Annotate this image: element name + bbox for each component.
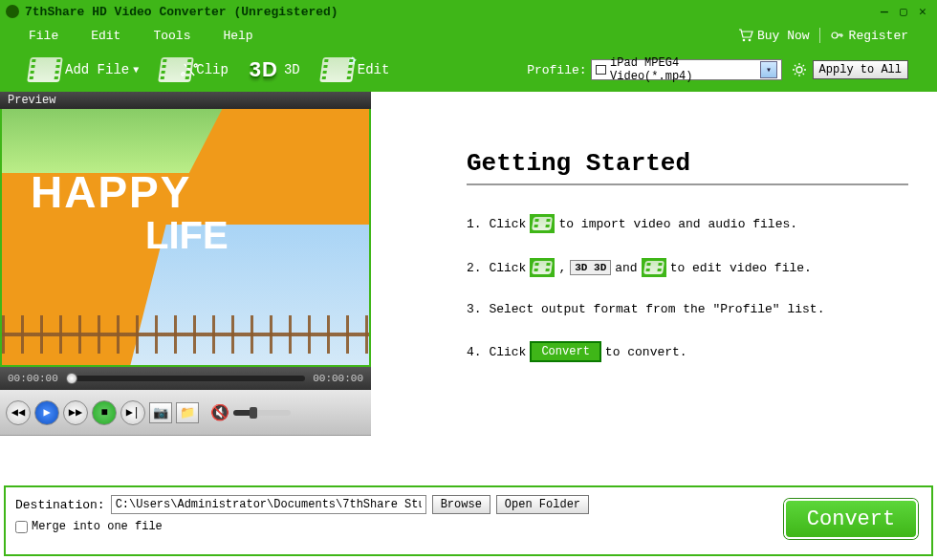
- destination-label: Destination:: [15, 498, 105, 512]
- step-text: to import video and audio files.: [558, 217, 797, 231]
- chevron-down-icon: ▼: [133, 65, 139, 75]
- step-4: 4. Click Convert to convert.: [467, 341, 908, 362]
- preview-text-happy: HAPPY: [31, 166, 191, 218]
- timeline-knob[interactable]: [66, 373, 77, 384]
- chevron-down-icon[interactable]: ▾: [760, 61, 776, 78]
- preview-text-life: LIFE: [145, 214, 229, 257]
- merge-checkbox[interactable]: [15, 521, 28, 533]
- step-text: to convert.: [605, 345, 687, 359]
- guide-title: Getting Started: [467, 149, 908, 178]
- window-title: 7thShare HD Video Converter (Unregistere…: [25, 5, 338, 19]
- step-button[interactable]: ▶|: [120, 400, 145, 425]
- register-label: Register: [849, 29, 908, 43]
- step-2: 2. Click , 3D 3D and to edit video file.: [467, 258, 908, 277]
- bottom-bar: Destination: Browse Open Folder Merge in…: [4, 485, 933, 556]
- time-start: 00:00:00: [8, 373, 58, 384]
- profile-device-icon: [596, 65, 607, 75]
- camera-icon: 📷: [153, 405, 168, 420]
- register-link[interactable]: Register: [830, 29, 908, 43]
- mute-icon[interactable]: 🔇: [210, 403, 229, 422]
- mini-edit-icon: [642, 258, 666, 277]
- svg-point-2: [832, 32, 838, 38]
- merge-label: Merge into one file: [32, 520, 163, 533]
- settings-button[interactable]: [790, 60, 809, 79]
- menu-edit[interactable]: Edit: [91, 29, 120, 43]
- menu-tools[interactable]: Tools: [153, 29, 190, 43]
- prev-button[interactable]: ◀◀: [6, 400, 31, 425]
- add-file-button[interactable]: Add File ▼: [29, 57, 139, 82]
- getting-started-panel: Getting Started 1. Click to import video…: [371, 92, 937, 482]
- browse-button[interactable]: Browse: [432, 495, 490, 514]
- mini-clip-icon: [530, 258, 555, 277]
- step-3: 3. Select output format from the "Profil…: [467, 302, 908, 316]
- menu-file[interactable]: File: [29, 29, 58, 43]
- volume-knob[interactable]: [250, 407, 257, 419]
- open-folder-button[interactable]: Open Folder: [496, 495, 589, 514]
- app-icon: [6, 5, 19, 18]
- step-text: 2. Click: [467, 261, 526, 275]
- film-clip-icon: [158, 57, 194, 82]
- step-text: 3. Select output format from the "Profil…: [467, 302, 824, 316]
- next-button[interactable]: ▶▶: [63, 400, 88, 425]
- 3d-label: 3D: [284, 62, 300, 77]
- svg-point-0: [743, 39, 746, 42]
- menu-help[interactable]: Help: [223, 29, 252, 43]
- volume-slider[interactable]: [233, 410, 291, 416]
- add-file-label: Add File: [65, 62, 129, 77]
- step-text: 4. Click: [467, 345, 526, 359]
- open-snapshot-folder-button[interactable]: 📁: [176, 402, 199, 423]
- edit-label: Edit: [358, 62, 390, 77]
- minimize-button[interactable]: —: [876, 3, 893, 20]
- player-controls: ◀◀ ▶ ▶▶ ■ ▶| 📷 📁 🔇: [0, 390, 371, 436]
- stop-button[interactable]: ■: [92, 400, 117, 425]
- clip-button[interactable]: Clip: [160, 57, 229, 82]
- divider: [467, 183, 908, 185]
- key-icon: [830, 29, 845, 42]
- film-icon: [27, 57, 63, 82]
- snapshot-button[interactable]: 📷: [149, 402, 172, 423]
- step-1: 1. Click to import video and audio files…: [467, 214, 908, 233]
- svg-point-1: [749, 39, 752, 42]
- 3d-button[interactable]: 3D 3D: [250, 57, 300, 82]
- 3d-icon: 3D: [250, 57, 278, 82]
- timeline-track[interactable]: [66, 376, 305, 381]
- step-text: and: [615, 261, 637, 275]
- preview-image: HAPPY LIFE: [0, 109, 371, 367]
- menu-bar: File Edit Tools Help Buy Now Register: [0, 23, 937, 48]
- step-text: to edit video file.: [670, 261, 812, 275]
- gear-icon: [792, 62, 807, 77]
- profile-label: Profile:: [527, 63, 586, 77]
- step-text: ,: [558, 261, 566, 275]
- convert-label: Convert: [807, 507, 895, 531]
- time-end: 00:00:00: [313, 373, 363, 384]
- film-edit-icon: [319, 57, 356, 82]
- toolbar: Add File ▼ Clip 3D 3D Edit Profile: iPad…: [0, 48, 937, 92]
- preview-header: Preview: [0, 92, 371, 109]
- step-text: 1. Click: [467, 217, 526, 231]
- title-bar: 7thShare HD Video Converter (Unregistere…: [0, 0, 937, 23]
- clip-label: Clip: [196, 62, 229, 77]
- preview-panel: Preview HAPPY LIFE 00:00:00 00:00:00 ◀◀ …: [0, 92, 371, 482]
- divider: [819, 28, 820, 43]
- convert-button[interactable]: Convert: [784, 499, 918, 539]
- buy-now-label: Buy Now: [757, 29, 810, 43]
- buy-now-link[interactable]: Buy Now: [738, 29, 810, 43]
- destination-input[interactable]: [111, 495, 426, 514]
- svg-point-3: [796, 67, 802, 73]
- mini-3d-icon: 3D 3D: [570, 260, 611, 275]
- play-button[interactable]: ▶: [34, 400, 59, 425]
- maximize-button[interactable]: ▢: [895, 3, 912, 20]
- folder-icon: 📁: [180, 405, 195, 420]
- profile-select[interactable]: iPad MPEG4 Video(*.mp4) ▾: [591, 59, 782, 80]
- close-button[interactable]: ✕: [914, 3, 931, 20]
- edit-button[interactable]: Edit: [321, 57, 390, 82]
- timeline[interactable]: 00:00:00 00:00:00: [0, 367, 371, 390]
- cart-icon: [738, 29, 753, 42]
- profile-value: iPad MPEG4 Video(*.mp4): [610, 56, 760, 83]
- apply-to-all-button[interactable]: Apply to All: [813, 60, 908, 79]
- mini-convert-button: Convert: [530, 341, 600, 362]
- mini-add-file-icon: [530, 214, 555, 233]
